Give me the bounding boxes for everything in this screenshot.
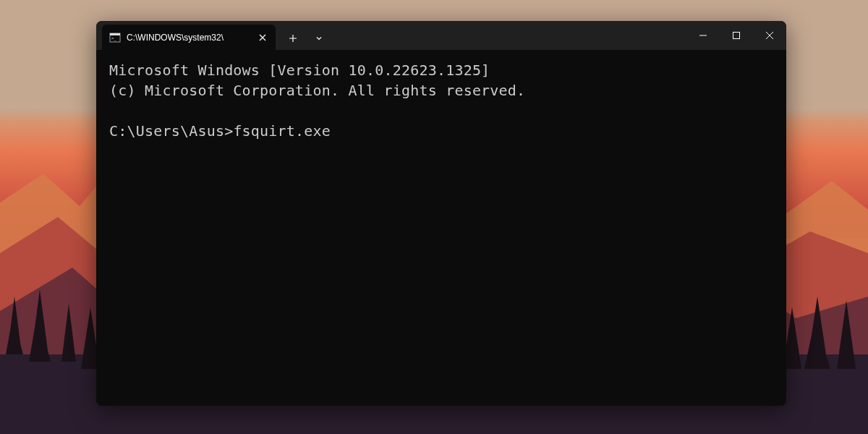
tab-active[interactable]: >_ C:\WINDOWS\system32\ [102, 25, 276, 50]
window-controls [686, 21, 786, 50]
cmd-icon: >_ [109, 32, 121, 43]
svg-text:>_: >_ [111, 35, 117, 41]
terminal-prompt-line: C:\Users\Asus>fsquirt.exe [109, 121, 773, 141]
terminal-window: >_ C:\WINDOWS\system32\ [96, 21, 786, 406]
terminal-output-line: Microsoft Windows [Version 10.0.22623.13… [109, 60, 773, 80]
tab-title: C:\WINDOWS\system32\ [127, 33, 251, 43]
svg-rect-3 [733, 33, 740, 39]
tab-dropdown-button[interactable] [307, 27, 331, 50]
terminal-output-line: (c) Microsoft Corporation. All rights re… [109, 80, 773, 101]
terminal-output-line [109, 101, 773, 121]
tab-close-button[interactable] [257, 32, 268, 43]
new-tab-button[interactable] [281, 27, 305, 50]
minimize-button[interactable] [686, 21, 720, 50]
close-button[interactable] [753, 21, 786, 50]
maximize-button[interactable] [720, 21, 753, 50]
tab-actions [276, 27, 336, 50]
tabs-area: >_ C:\WINDOWS\system32\ [96, 21, 686, 50]
command-text: fsquirt.exe [233, 122, 331, 140]
prompt-text: C:\Users\Asus> [109, 122, 233, 140]
terminal-content[interactable]: Microsoft Windows [Version 10.0.22623.13… [96, 50, 786, 406]
title-bar[interactable]: >_ C:\WINDOWS\system32\ [96, 21, 786, 50]
